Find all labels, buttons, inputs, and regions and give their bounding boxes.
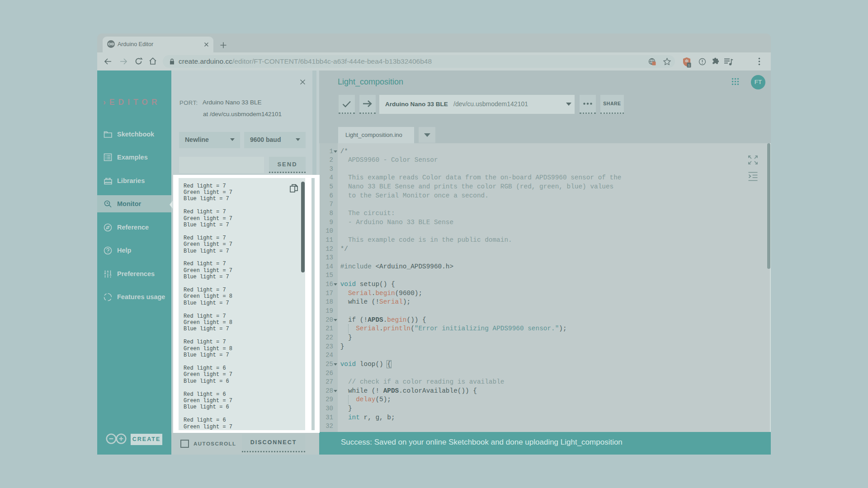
svg-text:1: 1 [688,63,690,67]
